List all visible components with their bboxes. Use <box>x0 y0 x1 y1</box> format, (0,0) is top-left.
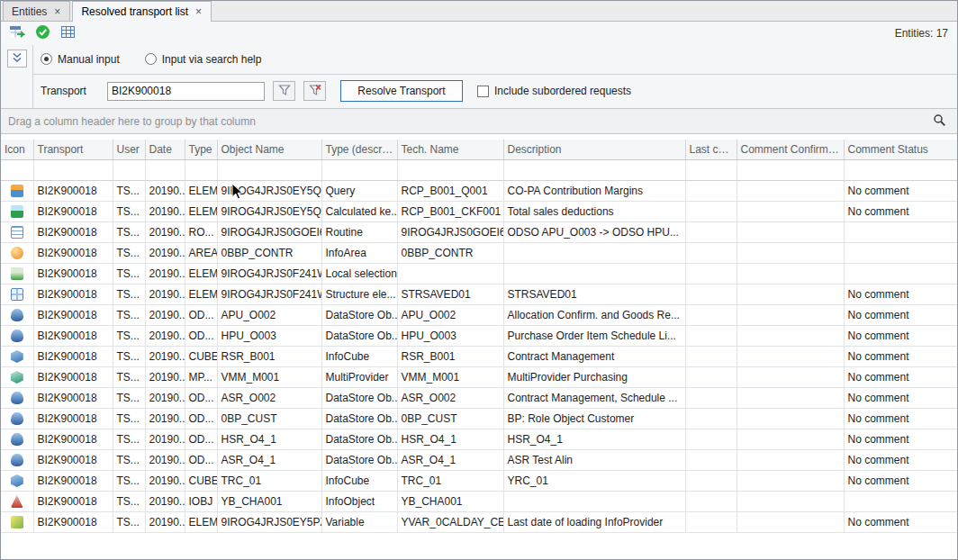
filter-cell[interactable] <box>685 159 737 180</box>
cell-last-comment[interactable] <box>685 429 737 449</box>
cell-comment-status[interactable] <box>844 242 958 263</box>
cell-date[interactable]: 20190... <box>145 221 185 242</box>
cell-description[interactable]: BP: Role Object Customer <box>503 408 685 429</box>
cell-tech-name[interactable]: YB_CHA001 <box>397 491 503 511</box>
cell-last-comment[interactable] <box>685 263 737 284</box>
cell-icon[interactable] <box>1 470 33 491</box>
cell-type[interactable]: OD... <box>185 304 217 325</box>
cell-icon[interactable] <box>1 511 33 532</box>
cell-object-name[interactable]: HSR_O4_1 <box>217 429 321 449</box>
cell-type-desc[interactable]: DataStore Ob... <box>321 408 397 429</box>
cell-tech-name[interactable]: YVAR_0CALDAY_CE... <box>397 511 503 532</box>
cell-comment-status[interactable]: No comment <box>844 304 958 325</box>
cell-comment-confirmation[interactable] <box>737 242 844 263</box>
cell-user[interactable]: TS... <box>113 491 145 511</box>
table-row[interactable]: BI2K900018TS...20190...ELEM9IROG4JRJS0EY… <box>1 511 958 532</box>
cell-icon[interactable] <box>1 325 33 346</box>
cell-type-desc[interactable]: DataStore Ob... <box>321 387 397 408</box>
table-row[interactable]: BI2K900018TS...20190...OD...ASR_O4_1Data… <box>1 449 958 470</box>
cell-date[interactable]: 20190... <box>145 346 185 366</box>
cell-comment-status[interactable]: No comment <box>844 366 958 387</box>
cell-transport[interactable]: BI2K900018 <box>33 263 113 284</box>
cell-last-comment[interactable] <box>685 346 737 366</box>
cell-comment-status[interactable]: No comment <box>844 429 958 449</box>
cell-comment-status[interactable]: No comment <box>844 325 958 346</box>
cell-date[interactable]: 20190... <box>145 511 185 532</box>
cell-date[interactable]: 20190... <box>145 491 185 511</box>
cell-object-name[interactable]: 9IROG4JRJS0F241W... <box>217 284 321 304</box>
cell-tech-name[interactable]: 0BP_CUST <box>397 408 503 429</box>
cell-object-name[interactable]: 9IROG4JRJS0EY5Q3... <box>217 180 321 201</box>
cell-comment-confirmation[interactable] <box>737 429 844 449</box>
cell-comment-confirmation[interactable] <box>737 180 844 201</box>
cell-description[interactable]: Total sales deductions <box>503 201 685 221</box>
cell-description[interactable]: HSR_O4_1 <box>503 429 685 449</box>
cell-object-name[interactable]: 9IROG4JRJS0GOEI6... <box>217 221 321 242</box>
filter-cell[interactable] <box>397 159 503 180</box>
cell-tech-name[interactable]: RSR_B001 <box>397 346 503 366</box>
cell-type-desc[interactable]: DataStore Ob... <box>321 429 397 449</box>
cell-transport[interactable]: BI2K900018 <box>33 346 113 366</box>
cell-icon[interactable] <box>1 387 33 408</box>
column-header-comment-status[interactable]: Comment Status <box>844 140 958 159</box>
filter-cell[interactable] <box>321 159 397 180</box>
cell-transport[interactable]: BI2K900018 <box>33 408 113 429</box>
cell-user[interactable]: TS... <box>113 470 145 491</box>
cell-description[interactable] <box>503 491 685 511</box>
column-header-type[interactable]: Type <box>185 140 217 159</box>
cell-date[interactable]: 20190... <box>145 242 185 263</box>
cell-transport[interactable]: BI2K900018 <box>33 242 113 263</box>
cell-comment-status[interactable]: No comment <box>844 408 958 429</box>
filter-cell[interactable] <box>33 159 113 180</box>
cell-type[interactable]: IOBJ <box>185 491 217 511</box>
cell-tech-name[interactable]: RCP_B001_CKF001 <box>397 201 503 221</box>
cell-icon[interactable] <box>1 180 33 201</box>
cell-comment-confirmation[interactable] <box>737 470 844 491</box>
column-header-user[interactable]: User <box>113 140 145 159</box>
cell-user[interactable]: TS... <box>113 408 145 429</box>
cell-transport[interactable]: BI2K900018 <box>33 429 113 449</box>
export-button[interactable] <box>6 23 28 43</box>
cell-user[interactable]: TS... <box>113 263 145 284</box>
collapse-panel-button[interactable] <box>7 50 27 68</box>
cell-description[interactable]: ODSO APU_O003 -> ODSO HPU... <box>503 221 685 242</box>
cell-description[interactable]: Last date of loading InfoProvider <box>503 511 685 532</box>
cell-comment-confirmation[interactable] <box>737 221 844 242</box>
cell-last-comment[interactable] <box>685 449 737 470</box>
filter-cell[interactable] <box>113 159 145 180</box>
cell-description[interactable]: YRC_01 <box>503 470 685 491</box>
cell-tech-name[interactable]: TRC_01 <box>397 470 503 491</box>
cell-transport[interactable]: BI2K900018 <box>33 366 113 387</box>
cell-type-desc[interactable]: DataStore Ob... <box>321 304 397 325</box>
table-row[interactable]: BI2K900018TS...20190...OD...APU_O002Data… <box>1 304 958 325</box>
cell-date[interactable]: 20190... <box>145 304 185 325</box>
cell-tech-name[interactable]: 9IROG4JRJS0GOEI6... <box>397 221 503 242</box>
table-row[interactable]: BI2K900018TS...20190...OD...0BP_CUSTData… <box>1 408 958 429</box>
transport-input[interactable] <box>107 82 265 101</box>
cell-transport[interactable]: BI2K900018 <box>33 180 113 201</box>
cell-object-name[interactable]: YB_CHA001 <box>217 491 321 511</box>
radio-manual-input[interactable]: Manual input <box>41 53 120 66</box>
cell-icon[interactable] <box>1 284 33 304</box>
cell-date[interactable]: 20190... <box>145 263 185 284</box>
cell-transport[interactable]: BI2K900018 <box>33 284 113 304</box>
cell-date[interactable]: 20190... <box>145 325 185 346</box>
cell-icon[interactable] <box>1 408 33 429</box>
cell-tech-name[interactable]: HPU_O003 <box>397 325 503 346</box>
filter-cell[interactable] <box>217 159 321 180</box>
cell-type[interactable]: OD... <box>185 325 217 346</box>
cell-last-comment[interactable] <box>685 387 737 408</box>
cell-description[interactable]: Allocation Confirm. and Goods Re... <box>503 304 685 325</box>
cell-user[interactable]: TS... <box>113 449 145 470</box>
table-row[interactable]: BI2K900018TS...20190...ELEM9IROG4JRJS0EY… <box>1 201 958 221</box>
cell-last-comment[interactable] <box>685 221 737 242</box>
cell-last-comment[interactable] <box>685 242 737 263</box>
cell-icon[interactable] <box>1 366 33 387</box>
cell-tech-name[interactable]: ASR_O002 <box>397 387 503 408</box>
cell-description[interactable]: Purchase Order Item Schedule Li... <box>503 325 685 346</box>
cell-object-name[interactable]: 9IROG4JRJS0F241W... <box>217 263 321 284</box>
resolve-transport-button[interactable]: Resolve Transport <box>340 80 463 102</box>
cell-transport[interactable]: BI2K900018 <box>33 304 113 325</box>
cell-last-comment[interactable] <box>685 284 737 304</box>
cell-user[interactable]: TS... <box>113 284 145 304</box>
